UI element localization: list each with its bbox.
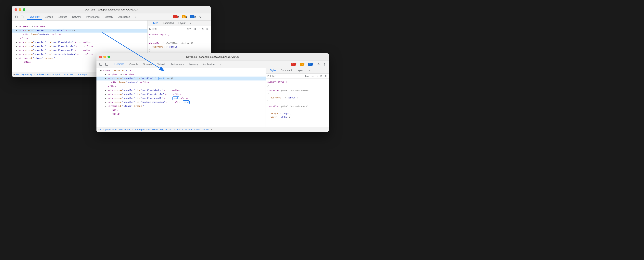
tab-styles-2[interactable]: Styles: [267, 68, 278, 73]
icon-btn-2[interactable]: ▦: [206, 27, 209, 30]
breadcrumb-item[interactable]: div.output-container: [132, 128, 158, 131]
cls-btn-2[interactable]: .cls: [310, 75, 315, 78]
error-badge-1: 🚫 1: [172, 15, 180, 19]
tab-sources-2[interactable]: Sources: [141, 62, 154, 67]
html-line[interactable]: <div class="contents" ></div>: [12, 33, 148, 37]
icon-btn-3[interactable]: ⊞: [320, 74, 323, 78]
breadcrumb-item[interactable]: div.output-sizer: [160, 128, 180, 131]
tab-network-1[interactable]: Network: [70, 14, 83, 20]
info-badge-2: 🔵 1: [307, 62, 316, 66]
tab-sources-1[interactable]: Sources: [56, 14, 70, 20]
html-line[interactable]: <html>: [96, 108, 266, 112]
more-icon-2[interactable]: ⋮: [322, 62, 327, 67]
html-line[interactable]: ▶ <div class="scroller" id="overflow-scr…: [12, 48, 148, 52]
inspect-icon-2[interactable]: [104, 62, 110, 67]
warning-badge-1: ⚠ 2: [181, 15, 188, 19]
elements-panel-2: ▶ <body translate= no > ▶ <style> ··· </…: [96, 68, 266, 127]
breadcrumb-bar-2: ◀ div.page-wrap div.boxes div.output-con…: [96, 127, 329, 132]
svg-rect-3: [21, 16, 23, 18]
titlebar-2: DevTools - codepen.io/sofiayem/pen/gOVpX…: [96, 53, 329, 61]
breadcrumb-nav-right-2[interactable]: ▶: [211, 128, 212, 131]
scroll-badge-main[interactable]: scroll: [158, 77, 165, 80]
breadcrumb-item[interactable]: div.boxes: [34, 73, 46, 76]
html-line[interactable]: ▶ <div class="scroller" id="overflow-hid…: [12, 40, 148, 44]
breadcrumb-item[interactable]: div.boxes: [119, 128, 130, 131]
tab-more-1[interactable]: »: [133, 14, 139, 20]
tab-memory-1[interactable]: Memory: [102, 14, 116, 20]
tab-styles-1[interactable]: Styles: [149, 21, 160, 26]
html-line-selected-2[interactable]: ▼ <div class="scroller" id="scroller" " …: [96, 77, 266, 80]
tab-computed-2[interactable]: Computed: [278, 68, 294, 73]
html-line[interactable]: ▶ <div class="scroller" id="overflow-hid…: [96, 88, 266, 92]
close-button-2[interactable]: [99, 56, 102, 58]
maximize-button-1[interactable]: [23, 8, 26, 11]
tab-computed-1[interactable]: Computed: [160, 21, 176, 26]
breadcrumb-item[interactable]: div.output-container: [47, 73, 73, 76]
cursor-icon[interactable]: [14, 14, 19, 20]
devtools-window-2: DevTools - codepen.io/sofiayem/pen/gOVpX…: [96, 53, 329, 132]
minimize-button-1[interactable]: [19, 8, 21, 11]
cursor-icon-2[interactable]: [98, 62, 104, 67]
scroll-badge-content-shrinking[interactable]: scroll: [183, 100, 190, 104]
maximize-button-2[interactable]: [108, 56, 110, 58]
info-badge-1: 🔵 1: [189, 15, 197, 19]
html-line[interactable]: ▶ <div class="scroller" id="overflow-vis…: [96, 92, 266, 96]
gear-icon-2[interactable]: ⚙: [316, 62, 321, 67]
css-block: element.style { }: [267, 80, 327, 87]
breadcrumb-item[interactable]: div.page-wrap: [16, 73, 32, 76]
breadcrumb-nav-left[interactable]: ◀: [14, 73, 15, 76]
tab-memory-2[interactable]: Memory: [187, 62, 200, 67]
html-line[interactable]: </div>: [96, 84, 266, 88]
cls-btn-1[interactable]: .cls: [192, 27, 197, 30]
tab-application-2[interactable]: Application: [200, 62, 217, 67]
breadcrumb-item[interactable]: div.outpu…: [75, 73, 88, 76]
tab-console-1[interactable]: Console: [42, 14, 56, 20]
minimize-button-2[interactable]: [103, 56, 106, 58]
html-line[interactable]: ▶ <div class="scroller" id="overflow-scr…: [96, 96, 266, 100]
tab-more-styles-1[interactable]: »: [188, 21, 194, 26]
hov-btn-2[interactable]: :hov: [304, 75, 310, 78]
plus-btn-1[interactable]: +: [198, 27, 200, 30]
titlebar-1: DevTools - codepen.io/sofiayem/pen/gOVpX…: [12, 6, 211, 14]
plus-btn-2[interactable]: +: [316, 75, 319, 78]
scroll-badge-overflow-scroll[interactable]: scroll: [172, 96, 179, 100]
tab-application-1[interactable]: Application: [116, 14, 132, 20]
html-line[interactable]: <style>: [96, 112, 266, 116]
tab-elements-2[interactable]: Elements: [112, 62, 126, 67]
close-button-1[interactable]: [14, 8, 17, 11]
hov-btn-1[interactable]: :hov: [186, 27, 191, 30]
html-line[interactable]: ▶ <div class="scroller" id="content-shri…: [96, 100, 266, 104]
styles-tabs-2: Styles Computed Layout »: [266, 68, 329, 74]
icon-btn-1[interactable]: ⊞: [202, 27, 205, 30]
more-icon-1[interactable]: ⋮: [204, 14, 209, 20]
tab-network-2[interactable]: Network: [154, 62, 168, 67]
html-line[interactable]: ▶ <style> ··· </style>: [96, 73, 266, 77]
tab-elements-1[interactable]: Elements: [27, 14, 42, 20]
icon-btn-4[interactable]: ▦: [324, 74, 327, 78]
tab-console-2[interactable]: Console: [127, 62, 140, 67]
html-line[interactable]: ▶ <style> ··· </style>: [12, 25, 148, 29]
inspect-icon[interactable]: [19, 14, 25, 20]
html-line[interactable]: <div class="contents" ></div>: [96, 80, 266, 84]
breadcrumb-item[interactable]: div#result_div.result: [182, 128, 210, 131]
filter-icon-1: ⊟: [149, 27, 151, 30]
tab-more-2[interactable]: »: [217, 62, 224, 67]
html-line-selected[interactable]: ▼ <div class="scroller" id="scroller" > …: [12, 29, 148, 33]
devtools-toolbar-1: Elements Console Sources Network Perform…: [12, 14, 211, 21]
breadcrumb-item[interactable]: div.page-wrap: [100, 128, 117, 131]
tab-more-styles-2[interactable]: »: [306, 68, 312, 73]
tab-performance-1[interactable]: Performance: [84, 14, 102, 20]
tab-performance-2[interactable]: Performance: [168, 62, 187, 67]
html-line[interactable]: ▶ <body translate= no >: [96, 69, 266, 73]
html-line[interactable]: ▶ <div class="scroller" id="overflow-vis…: [12, 44, 148, 48]
html-line[interactable]: ▶ <iframe id="iframe" srcdoc=": [96, 104, 266, 108]
window-title-2: DevTools - codepen.io/sofiayem/pen/gOVpX…: [186, 55, 239, 58]
tab-layout-1[interactable]: Layout: [176, 21, 188, 26]
styles-filter-1: ⊟ Filter :hov .cls + ⊞ ▦: [148, 26, 211, 31]
devtools-toolbar-2: Elements Console Sources Network Perform…: [96, 61, 329, 68]
scroll-indicator: ···: [12, 21, 148, 25]
tab-layout-2[interactable]: Layout: [294, 68, 306, 73]
breadcrumb-nav-left-2[interactable]: ◀: [98, 128, 100, 131]
html-line[interactable]: </div>: [12, 37, 148, 40]
gear-icon-1[interactable]: ⚙: [198, 14, 203, 20]
